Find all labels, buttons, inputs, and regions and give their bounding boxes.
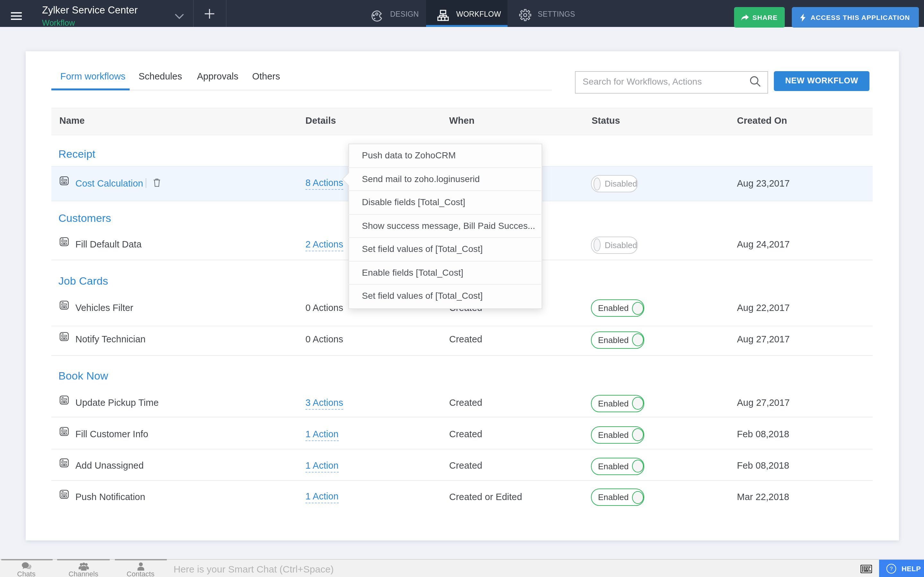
svg-text:?: ? xyxy=(890,566,893,572)
